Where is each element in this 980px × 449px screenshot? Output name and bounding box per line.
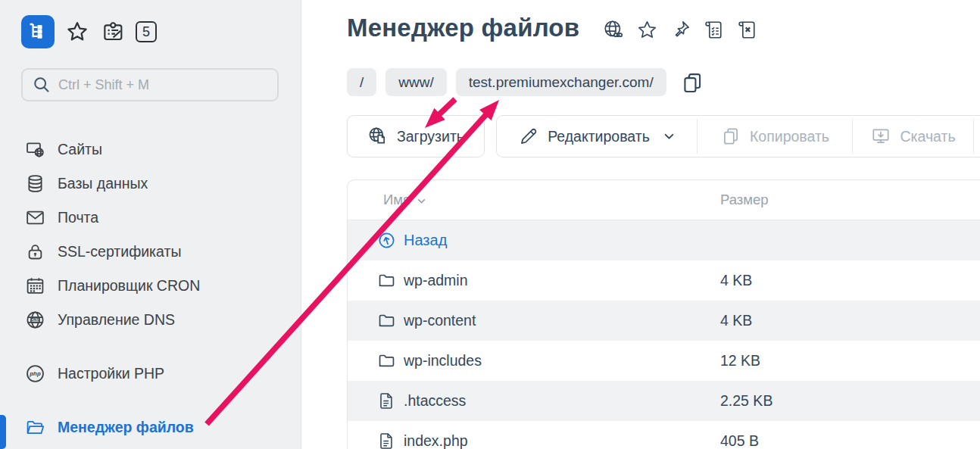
edit-button[interactable]: Редактировать	[497, 116, 697, 157]
folder-icon	[377, 271, 396, 290]
breadcrumb-label: test.premiumexchanger.com/	[469, 74, 654, 91]
breadcrumb-label: www/	[398, 74, 433, 91]
toolbar-divider	[973, 119, 974, 154]
count-badge[interactable]: 5	[136, 21, 157, 42]
sidebar-item-label: Базы данных	[58, 175, 148, 192]
globe-link-icon[interactable]	[602, 18, 625, 41]
file-size: 4 KB	[720, 272, 752, 289]
active-item-indicator	[0, 415, 6, 449]
breadcrumb-www[interactable]: www/	[385, 68, 446, 96]
sidebar-item-label: Планировщик CRON	[58, 277, 200, 295]
chevron-down-icon	[663, 130, 676, 143]
upload-label: Загрузить	[397, 128, 464, 145]
topbar-icons: 5	[21, 15, 157, 48]
file-size: 12 KB	[720, 352, 760, 369]
sort-chevron-icon	[416, 195, 427, 207]
file-tree-icon[interactable]	[21, 15, 55, 48]
search-input[interactable]	[58, 77, 268, 93]
breadcrumb-label: /	[360, 74, 364, 91]
pencil-icon	[518, 126, 539, 147]
sidebar-item-mail[interactable]: Почта	[0, 201, 301, 235]
copy-label: Копировать	[750, 128, 829, 145]
title-row: Менеджер файлов	[347, 14, 758, 42]
table-row[interactable]: wp-admin 4 KB	[348, 260, 980, 301]
star-icon[interactable]	[64, 19, 90, 45]
table-row[interactable]: wp-includes 12 KB	[348, 341, 980, 381]
upload-globe-icon	[367, 126, 389, 147]
sidebar-item-php[interactable]: php Настройки PHP	[0, 357, 301, 391]
upload-button[interactable]: Загрузить	[347, 115, 485, 157]
table-row[interactable]: index.php 405 B	[348, 421, 980, 449]
table-row[interactable]: wp-content 4 KB	[348, 301, 980, 341]
table-row-back[interactable]: Назад	[348, 220, 980, 260]
star-icon[interactable]	[635, 18, 658, 41]
file-name: index.php	[404, 432, 468, 449]
svg-text:php: php	[29, 370, 41, 377]
file-table: Имя Размер	[347, 179, 980, 449]
calendar-icon	[25, 276, 45, 296]
sidebar-item-label: Менеджер файлов	[58, 419, 194, 436]
file-name: wp-includes	[404, 352, 482, 369]
sites-icon	[25, 139, 45, 160]
file-size: 4 KB	[720, 312, 752, 329]
copy-button[interactable]: Копировать	[698, 116, 852, 157]
search-box[interactable]	[21, 68, 279, 101]
main-panel: Менеджер файлов	[302, 0, 980, 449]
size-column-label: Размер	[720, 192, 769, 207]
search-icon	[32, 75, 51, 95]
clipboard-list-icon[interactable]	[100, 19, 126, 45]
column-header-size: Размер	[720, 192, 769, 208]
lock-icon	[25, 242, 45, 262]
download-icon	[870, 126, 891, 147]
svg-text:DNS: DNS	[31, 318, 39, 322]
file-size: 405 B	[720, 432, 759, 449]
edit-label: Редактировать	[548, 128, 650, 145]
toolbar: Загрузить Редактировать	[347, 115, 980, 157]
sidebar-item-label: Почта	[58, 209, 98, 226]
file-manager-screen: 5 Сайты	[0, 0, 980, 449]
sidebar-item-ssl[interactable]: SSL-сертификаты	[0, 235, 301, 269]
breadcrumb: / www/ test.premiumexchanger.com/	[347, 68, 704, 96]
name-column-label: Имя	[383, 192, 410, 208]
mail-icon	[25, 207, 45, 228]
scroll-list-icon[interactable]	[702, 18, 725, 41]
table-header: Имя Размер	[348, 180, 980, 220]
file-icon	[377, 391, 396, 410]
breadcrumb-root[interactable]: /	[347, 68, 376, 96]
pin-icon[interactable]	[669, 18, 691, 41]
sidebar: 5 Сайты	[0, 0, 301, 449]
column-header-name[interactable]: Имя	[348, 192, 427, 208]
title-action-icons	[602, 15, 758, 41]
sidebar-item-label: Настройки PHP	[58, 365, 164, 382]
sidebar-item-cron[interactable]: Планировщик CRON	[0, 269, 301, 303]
database-icon	[25, 173, 45, 194]
badge-count: 5	[142, 24, 150, 40]
sidebar-item-file-manager[interactable]: Менеджер файлов	[0, 410, 301, 444]
file-name: wp-admin	[404, 272, 468, 289]
folder-open-icon	[25, 417, 45, 438]
file-name: .htaccess	[404, 392, 466, 410]
folder-icon	[377, 351, 396, 370]
download-label: Скачать	[900, 128, 955, 145]
sidebar-item-label: Сайты	[58, 141, 102, 158]
dns-globe-icon: DNS	[25, 310, 45, 330]
sidebar-item-sites[interactable]: Сайты	[0, 133, 301, 167]
sidebar-item-label: Управление DNS	[58, 311, 175, 329]
download-button[interactable]: Скачать	[853, 116, 973, 157]
file-name: wp-content	[404, 312, 476, 329]
sidebar-item-databases[interactable]: Базы данных	[0, 167, 301, 201]
copy-icon	[720, 126, 741, 147]
toolbar-group: Редактировать Копировать	[496, 115, 980, 157]
php-icon: php	[25, 363, 45, 384]
table-row[interactable]: .htaccess 2.25 KB	[348, 381, 980, 421]
sidebar-item-dns[interactable]: DNS Управление DNS	[0, 303, 301, 337]
sidebar-nav: Сайты Базы данных	[0, 133, 301, 444]
breadcrumb-domain[interactable]: test.premiumexchanger.com/	[456, 68, 666, 96]
file-icon	[377, 432, 396, 449]
folder-icon	[377, 311, 396, 330]
back-label: Назад	[404, 232, 447, 249]
scroll-x-icon[interactable]	[735, 18, 758, 41]
page-title: Менеджер файлов	[347, 14, 579, 42]
copy-path-icon[interactable]	[680, 70, 704, 95]
file-size: 2.25 KB	[720, 392, 772, 410]
